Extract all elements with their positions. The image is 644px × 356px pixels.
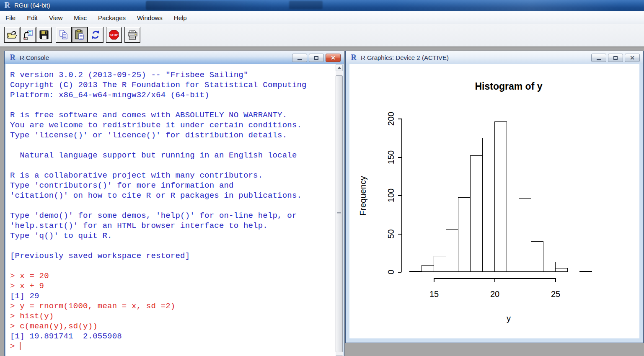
console-line: Type 'contributors()' for more informati…: [10, 181, 343, 191]
graphics-canvas: Histogram of yyFrequency0501001502001520…: [349, 64, 639, 338]
console-line: > y = rnorm(1000, mean = x, sd =2): [10, 301, 343, 311]
copy-paste-button[interactable]: [88, 27, 103, 43]
scrollbar-thumb[interactable]: [336, 75, 343, 352]
console-titlebar[interactable]: R R Console ✕: [5, 51, 344, 64]
console-line: [Previously saved workspace restored]: [10, 251, 343, 261]
console-line: R is free software and comes with ABSOLU…: [10, 110, 343, 120]
app-title: RGui (64-bit): [14, 2, 50, 9]
y-tick-label: 200: [386, 106, 396, 132]
console-title: R Console: [20, 54, 49, 61]
scroll-up-button[interactable]: [336, 64, 343, 71]
x-axis-label: y: [416, 314, 601, 323]
up-arrow-icon: [338, 67, 341, 69]
console-line: > c(mean(y),sd(y)): [10, 321, 343, 331]
console-line: > x = 20: [10, 271, 343, 281]
r-logo-icon: R: [3, 1, 12, 10]
titlebar-sheen: [393, 0, 644, 11]
menu-item-packages[interactable]: Packages: [94, 13, 130, 23]
mdi-client-area: R R Console ✕ R version 3.0.2 (2013-09-2…: [0, 47, 644, 356]
app-titlebar[interactable]: R RGui (64-bit): [0, 0, 644, 11]
copy-button[interactable]: [56, 27, 72, 43]
r-logo-icon: R: [8, 53, 17, 62]
console-window: R R Console ✕ R version 3.0.2 (2013-09-2…: [4, 51, 344, 356]
stop-button[interactable]: STOP: [106, 27, 122, 43]
restore-icon: [314, 56, 318, 60]
console-body[interactable]: R version 3.0.2 (2013-09-25) -- "Frisbee…: [6, 64, 343, 356]
menu-item-view[interactable]: View: [45, 13, 67, 23]
histogram-bar: [470, 155, 483, 272]
histogram-bar: [543, 262, 556, 272]
graphics-titlebar[interactable]: R R Graphics: Device 2 (ACTIVE) ✕: [346, 51, 643, 64]
console-line: R version 3.0.2 (2013-09-25) -- "Frisbee…: [10, 70, 343, 80]
minimize-button[interactable]: [591, 54, 606, 62]
histogram-bar: [519, 198, 531, 272]
histogram-bar: [579, 271, 592, 272]
console-line: Platform: x86_64-w64-mingw32/x64 (64-bit…: [10, 90, 343, 100]
print-button[interactable]: [124, 27, 140, 43]
console-text[interactable]: R version 3.0.2 (2013-09-25) -- "Frisbee…: [6, 64, 343, 351]
load-workspace-button[interactable]: [20, 27, 36, 43]
maximize-button[interactable]: [608, 54, 623, 62]
y-tick: [398, 119, 401, 119]
menu-item-edit[interactable]: Edit: [23, 13, 42, 23]
console-line: [10, 100, 343, 110]
console-line: > hist(y): [10, 311, 343, 321]
background-window-remnant: [146, 1, 272, 10]
open-script-button[interactable]: [4, 27, 20, 43]
paste-icon: [74, 29, 85, 41]
y-tick: [398, 157, 401, 158]
chart-title: Histogram of y: [416, 81, 601, 92]
save-icon: [38, 29, 50, 41]
console-line: Type 'q()' to quit R.: [10, 231, 343, 241]
x-tick-label: 15: [426, 289, 442, 299]
close-button[interactable]: ✕: [625, 54, 640, 62]
console-window-controls: ✕: [290, 54, 341, 62]
console-line: 'help.start()' for an HTML browser inter…: [10, 221, 343, 231]
menu-item-windows[interactable]: Windows: [133, 13, 167, 23]
menu-item-help[interactable]: Help: [170, 13, 191, 23]
console-line: Natural language support but running in …: [10, 150, 343, 160]
console-line: R is a collaborative project with many c…: [10, 170, 343, 181]
open-folder-icon: [6, 29, 18, 41]
console-line: 'citation()' on how to cite R or R packa…: [10, 191, 343, 201]
save-workspace-button[interactable]: [36, 27, 52, 43]
y-tick-label: 0: [386, 260, 396, 285]
histogram-bar: [446, 229, 458, 272]
load-workspace-icon: [22, 29, 34, 41]
minimize-icon: [597, 59, 601, 60]
toolbar: STOP: [0, 24, 644, 47]
close-button[interactable]: ✕: [326, 54, 341, 62]
console-line: Type 'license()' or 'licence()' for dist…: [10, 130, 343, 140]
graphics-window: R R Graphics: Device 2 (ACTIVE) ✕ Histog…: [345, 51, 644, 343]
y-tick-label: 150: [386, 144, 396, 170]
histogram-bar: [494, 121, 507, 272]
y-axis: [401, 119, 402, 272]
maximize-icon: [613, 56, 618, 60]
menu-item-file[interactable]: File: [1, 13, 20, 23]
console-line: [10, 160, 343, 170]
x-tick: [555, 278, 556, 282]
histogram-plot: Histogram of yyFrequency0501001502001520…: [349, 64, 639, 338]
graphics-title: R Graphics: Device 2 (ACTIVE): [361, 54, 449, 61]
minimize-button[interactable]: [292, 54, 307, 62]
x-tick-label: 25: [547, 289, 564, 299]
x-tick-label: 20: [486, 289, 503, 299]
menu-item-misc[interactable]: Misc: [70, 13, 91, 23]
console-line: [10, 241, 343, 251]
x-tick: [494, 278, 495, 282]
console-line: You are welcome to redistribute it under…: [10, 120, 343, 130]
graphics-window-controls: ✕: [590, 54, 640, 62]
console-line: [1] 19.891741 2.055908: [10, 331, 343, 341]
console-line: [1] 29: [10, 291, 343, 301]
minimize-icon: [297, 59, 302, 60]
console-scrollbar[interactable]: [336, 64, 343, 356]
console-line: Copyright (C) 2013 The R Foundation for …: [10, 80, 343, 90]
restore-button[interactable]: [309, 54, 324, 62]
histogram-bar: [422, 265, 434, 272]
paste-button[interactable]: [72, 27, 88, 43]
menubar: FileEditViewMiscPackagesWindowsHelp: [0, 11, 644, 24]
console-line: [10, 261, 343, 271]
histogram-bar: [482, 138, 495, 272]
histogram-bar: [409, 271, 422, 272]
y-tick: [398, 234, 401, 235]
